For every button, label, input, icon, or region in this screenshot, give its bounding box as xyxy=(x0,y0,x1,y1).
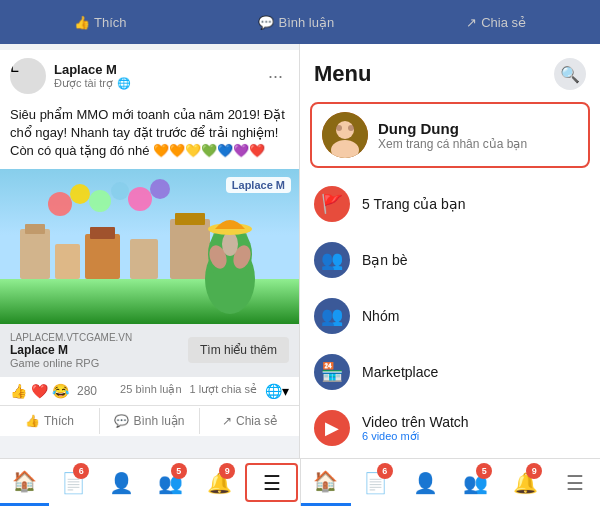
post-actions: 👍 Thích 💬 Bình luận ↗ Chia sẻ xyxy=(0,406,299,436)
post-info: Laplace M Được tài trợ 🌐 xyxy=(54,62,262,90)
pages-badge-right: 6 xyxy=(377,463,393,479)
share-count: 1 lượt chia sẻ xyxy=(190,383,257,399)
video-label: Video trên Watch xyxy=(362,414,469,430)
top-bar: 👍 Thích 💬 Bình luận ↗ Chia sẻ xyxy=(0,0,600,44)
bell-badge-right: 9 xyxy=(526,463,542,479)
feed-panel: L Laplace M Được tài trợ 🌐 ··· Siêu phẩm… xyxy=(0,44,300,458)
svg-rect-3 xyxy=(25,224,45,234)
action-comment-label: Bình luận xyxy=(133,414,184,428)
love-reaction-icon: ❤️ xyxy=(31,383,48,399)
reaction-count: 280 xyxy=(77,384,97,398)
share-action-button[interactable]: ↗ Chia sẻ xyxy=(200,408,299,434)
nav-bell-left[interactable]: 🔔 9 xyxy=(195,459,244,506)
action-like-icon: 👍 xyxy=(25,414,40,428)
sponsored-label: Được tài trợ xyxy=(54,77,113,90)
nav-bell-right[interactable]: 🔔 9 xyxy=(500,459,550,506)
nav-pages-left[interactable]: 📄 6 xyxy=(49,459,98,506)
profile-avatar xyxy=(322,112,368,158)
topbar-share-btn[interactable]: ↗ Chia sẻ xyxy=(458,11,534,34)
friends-label: Bạn bè xyxy=(362,252,408,268)
svg-point-21 xyxy=(222,232,238,256)
nav-home-left[interactable]: 🏠 xyxy=(0,459,49,506)
like-action-button[interactable]: 👍 Thích xyxy=(0,408,100,434)
menu-search-button[interactable]: 🔍 xyxy=(554,58,586,90)
post-text: Siêu phẩm MMO mới toanh của năm 2019! Đặ… xyxy=(0,102,299,169)
svg-rect-7 xyxy=(130,239,158,279)
post-stats: 👍 ❤️ 😂 280 25 bình luận 1 lượt chia sẻ 🌐… xyxy=(0,377,299,406)
svg-rect-6 xyxy=(90,227,115,239)
nav-pages-right[interactable]: 📄 6 xyxy=(351,459,401,506)
friends-text: Bạn bè xyxy=(362,252,408,268)
avatar-svg xyxy=(322,112,368,158)
home-icon-left: 🏠 xyxy=(12,469,37,493)
svg-rect-5 xyxy=(85,234,120,279)
nav-menu-left[interactable]: ☰ xyxy=(245,463,298,502)
profile-text: Dung Dung Xem trang cá nhân của bạn xyxy=(378,120,527,151)
post-options-button[interactable]: ··· xyxy=(262,64,289,89)
video-sublabel: 6 video mới xyxy=(362,430,469,443)
comment-share-counts: 25 bình luận 1 lượt chia sẻ 🌐▾ xyxy=(120,383,289,399)
svg-point-13 xyxy=(111,182,129,200)
svg-point-26 xyxy=(336,125,342,131)
action-comment-icon: 💬 xyxy=(114,414,129,428)
menu-item-marketplace[interactable]: 🏪 Marketplace xyxy=(300,344,600,400)
nav-friends-left[interactable]: 👤 xyxy=(97,459,146,506)
like-icon: 👍 xyxy=(74,15,90,30)
menu-icon-left: ☰ xyxy=(263,471,281,495)
action-share-icon: ↗ xyxy=(222,414,232,428)
groups-icon: 👥 xyxy=(314,298,350,334)
post-author: Laplace M xyxy=(54,62,262,77)
svg-point-15 xyxy=(150,179,170,199)
pages-text: 5 Trang của bạn xyxy=(362,196,466,212)
post-link-title: Laplace M xyxy=(10,343,188,357)
menu-item-video[interactable]: ▶ Video trên Watch 6 video mới xyxy=(300,400,600,456)
menu-item-pages[interactable]: 🚩 5 Trang của bạn xyxy=(300,176,600,232)
menu-item-friends[interactable]: 👥 Bạn bè xyxy=(300,232,600,288)
topbar-comment-btn[interactable]: 💬 Bình luận xyxy=(250,11,342,34)
nav-menu-right[interactable]: ☰ xyxy=(550,459,600,506)
main-content: L Laplace M Được tài trợ 🌐 ··· Siêu phẩm… xyxy=(0,44,600,458)
groups-badge-right: 5 xyxy=(476,463,492,479)
groups-label: Nhóm xyxy=(362,308,399,324)
post-card: L Laplace M Được tài trợ 🌐 ··· Siêu phẩm… xyxy=(0,50,299,436)
svg-point-10 xyxy=(48,192,72,216)
svg-point-14 xyxy=(128,187,152,211)
bottom-nav-left: 🏠 📄 6 👤 👥 5 🔔 9 ☰ xyxy=(0,459,300,506)
svg-rect-9 xyxy=(175,213,205,225)
action-like-label: Thích xyxy=(44,414,74,428)
profile-subtitle: Xem trang cá nhân của bạn xyxy=(378,137,527,151)
marketplace-text: Marketplace xyxy=(362,364,438,380)
topbar-comment-label: Bình luận xyxy=(278,15,334,30)
video-text: Video trên Watch 6 video mới xyxy=(362,414,469,443)
menu-profile-item[interactable]: Dung Dung Xem trang cá nhân của bạn xyxy=(310,102,590,168)
post-link-bar: LAPLACEM.VTCGAME.VN Laplace M Game onlin… xyxy=(0,324,299,377)
share-icon: ↗ xyxy=(466,15,477,30)
topbar-share-label: Chia sẻ xyxy=(481,15,526,30)
home-icon-right: 🏠 xyxy=(313,469,338,493)
nav-home-right[interactable]: 🏠 xyxy=(301,459,351,506)
learn-more-button[interactable]: Tìm hiểu thêm xyxy=(188,337,289,363)
menu-item-groups[interactable]: 👥 Nhóm xyxy=(300,288,600,344)
avatar-image: L xyxy=(10,58,46,76)
friends-nav-icon-left: 👤 xyxy=(109,471,134,495)
friends-nav-icon-right: 👤 xyxy=(413,471,438,495)
friends-icon: 👥 xyxy=(314,242,350,278)
pages-badge-left: 6 xyxy=(73,463,89,479)
comment-count: 25 bình luận xyxy=(120,383,181,399)
groups-text: Nhóm xyxy=(362,308,399,324)
menu-panel: Menu 🔍 Dung Dung Xem tra xyxy=(300,44,600,458)
comment-action-button[interactable]: 💬 Bình luận xyxy=(100,408,200,434)
nav-groups-right[interactable]: 👥 5 xyxy=(450,459,500,506)
nav-groups-left[interactable]: 👥 5 xyxy=(146,459,195,506)
bottom-nav: 🏠 📄 6 👤 👥 5 🔔 9 ☰ 🏠 📄 6 👤 xyxy=(0,458,600,506)
groups-badge-left: 5 xyxy=(171,463,187,479)
post-link-url: LAPLACEM.VTCGAME.VN xyxy=(10,332,188,343)
comment-icon: 💬 xyxy=(258,15,274,30)
bell-badge-left: 9 xyxy=(219,463,235,479)
marketplace-label: Marketplace xyxy=(362,364,438,380)
video-icon: ▶ xyxy=(314,410,350,446)
nav-friends-right[interactable]: 👤 xyxy=(401,459,451,506)
action-share-label: Chia sẻ xyxy=(236,414,277,428)
topbar-like-btn[interactable]: 👍 Thích xyxy=(66,11,135,34)
profile-name: Dung Dung xyxy=(378,120,527,137)
